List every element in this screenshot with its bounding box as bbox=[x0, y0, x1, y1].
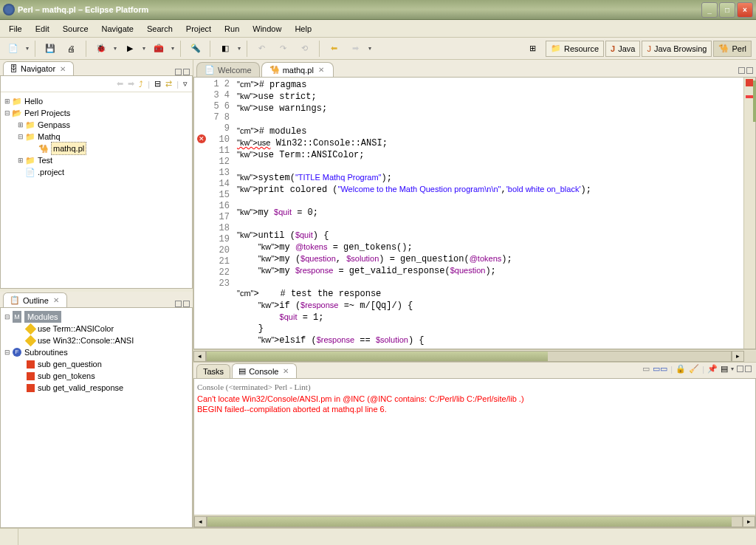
toggle-button[interactable]: ◧ bbox=[216, 41, 233, 57]
camel-icon: 🐪 bbox=[718, 44, 729, 53]
menu-search[interactable]: Search bbox=[141, 22, 179, 35]
outline-tab-label: Outline bbox=[23, 296, 49, 305]
menu-run[interactable]: Run bbox=[219, 22, 245, 35]
tree-twisty[interactable]: ⊟ bbox=[17, 131, 24, 143]
new-button[interactable]: 📄 bbox=[4, 41, 21, 57]
back-button[interactable]: ⬅ bbox=[326, 41, 343, 57]
nav-up-icon[interactable]: ⤴ bbox=[139, 80, 143, 89]
forward-button[interactable]: ➡ bbox=[347, 41, 364, 57]
nav-last-button[interactable]: ⟲ bbox=[296, 41, 313, 57]
navigator-close-icon[interactable]: ✕ bbox=[58, 65, 67, 73]
main-toolbar: 📄▾ 💾 🖨 🐞▾ ▶▾ 🧰▾ 🔦 ◧▾ ↶ ↷ ⟲ ⬅ ➡▾ ⊞ 📁Resou… bbox=[0, 38, 756, 60]
menu-file[interactable]: File bbox=[3, 22, 28, 35]
scroll-left-button[interactable]: ◂ bbox=[193, 351, 206, 362]
navigator-item[interactable]: 🐪mathq.pl bbox=[4, 143, 189, 154]
navigator-tab[interactable]: 🗄 Navigator ✕ bbox=[3, 61, 74, 75]
menu-navigate[interactable]: Navigate bbox=[96, 22, 140, 35]
editor-tab-mathq-pl[interactable]: 🐪mathq.pl✕ bbox=[261, 62, 334, 77]
outline-tree[interactable]: ⊟MModulesuse Term::ANSIColoruse Win32::C… bbox=[1, 308, 192, 397]
editor[interactable]: ✕ 1 2 3 4 5 6 7 8 9 10 11 12 13 14 15 16… bbox=[193, 78, 756, 349]
perl-file-icon: 🐪 bbox=[38, 143, 49, 154]
menu-window[interactable]: Window bbox=[247, 22, 287, 35]
nav-fwd-button[interactable]: ↷ bbox=[275, 41, 292, 57]
console-removeall-button[interactable]: ▭▭ bbox=[653, 364, 667, 374]
print-button[interactable]: 🖨 bbox=[63, 41, 80, 57]
nav-collapse-icon[interactable]: ⊟ bbox=[154, 79, 161, 89]
navigator-item[interactable]: ⊟📁Mathq bbox=[4, 131, 189, 143]
overview-ruler[interactable] bbox=[743, 78, 755, 349]
console-minmax[interactable] bbox=[737, 366, 752, 372]
editor-minmax[interactable] bbox=[738, 67, 753, 74]
tree-twisty[interactable]: ⊞ bbox=[17, 119, 24, 131]
tree-twisty[interactable]: ⊟ bbox=[4, 107, 11, 119]
outline-item[interactable]: ⊟FSubroutines bbox=[4, 346, 189, 358]
navigator-item[interactable]: ⊟📂Perl Projects bbox=[4, 107, 189, 119]
open-perspective-button[interactable]: ⊞ bbox=[524, 41, 541, 57]
navigator-item[interactable]: ⊞📁Test bbox=[4, 154, 189, 166]
nav-menu-icon[interactable]: ▿ bbox=[183, 79, 188, 89]
nav-link-icon[interactable]: ⇄ bbox=[165, 79, 172, 89]
perspective-java[interactable]: JJava bbox=[605, 41, 640, 57]
console-line: BEGIN failed--compilation aborted at mat… bbox=[197, 404, 752, 414]
minimize-button[interactable]: _ bbox=[701, 2, 718, 18]
outline-tab[interactable]: 📋 Outline ✕ bbox=[3, 292, 67, 307]
outline-close-icon[interactable]: ✕ bbox=[52, 296, 61, 304]
navigator-tree[interactable]: ⊞📁Hello⊟📂Perl Projects⊞📁Genpass⊟📁Mathq🐪m… bbox=[1, 92, 192, 181]
editor-tab-welcome[interactable]: 📄Welcome bbox=[196, 62, 260, 77]
navigator-toolbar: ⬅ ➡ ⤴ | ⊟ ⇄ | ▿ bbox=[1, 76, 192, 92]
console-clear-button[interactable]: 🧹 bbox=[689, 364, 699, 374]
run-button[interactable]: ▶ bbox=[121, 41, 138, 57]
navigator-minmax[interactable] bbox=[175, 69, 190, 75]
navigator-item-label: mathq.pl bbox=[51, 142, 86, 155]
tree-twisty[interactable]: ⊞ bbox=[17, 154, 24, 166]
menu-edit[interactable]: Edit bbox=[30, 22, 55, 35]
editor-hscroll[interactable]: ◂ ▸ bbox=[193, 349, 756, 362]
outline-item[interactable]: use Win32::Console::ANSI bbox=[4, 335, 189, 346]
tree-twisty[interactable]: ⊟ bbox=[4, 311, 11, 323]
console-remove-button[interactable]: ▭ bbox=[642, 364, 650, 374]
console-scroll-left[interactable]: ◂ bbox=[194, 516, 207, 527]
tree-twisty[interactable]: ⊞ bbox=[4, 95, 11, 107]
outline-item[interactable]: sub get_valid_response bbox=[4, 382, 189, 394]
menu-help[interactable]: Help bbox=[289, 22, 317, 35]
search-button[interactable]: 🔦 bbox=[187, 41, 204, 57]
console-scroll-right[interactable]: ▸ bbox=[743, 516, 755, 527]
menu-project[interactable]: Project bbox=[180, 22, 217, 35]
debug-button[interactable]: 🐞 bbox=[92, 41, 109, 57]
outline-item[interactable]: use Term::ANSIColor bbox=[4, 323, 189, 335]
editor-tab-close-icon[interactable]: ✕ bbox=[317, 66, 326, 74]
change-marker bbox=[753, 80, 756, 122]
navigator-item[interactable]: ⊞📁Hello bbox=[4, 95, 189, 107]
console-tab[interactable]: ▤ Console ✕ bbox=[232, 363, 297, 378]
tasks-tab[interactable]: Tasks bbox=[196, 364, 230, 378]
perl-file-icon: 🐪 bbox=[269, 65, 280, 75]
vscroll-down-button[interactable] bbox=[744, 351, 756, 362]
nav-back-button[interactable]: ↶ bbox=[253, 41, 270, 57]
external-tools-button[interactable]: 🧰 bbox=[150, 41, 167, 57]
perspective-perl[interactable]: 🐪Perl bbox=[713, 41, 752, 57]
console-pin-button[interactable]: 📌 bbox=[707, 364, 718, 374]
nav-fwd-icon[interactable]: ➡ bbox=[128, 79, 134, 89]
menu-source[interactable]: Source bbox=[57, 22, 94, 35]
outline-item[interactable]: ⊟MModules bbox=[4, 311, 189, 323]
outline-item[interactable]: sub gen_question bbox=[4, 358, 189, 370]
nav-back-icon[interactable]: ⬅ bbox=[117, 79, 123, 89]
maximize-button[interactable]: □ bbox=[719, 2, 735, 18]
save-button[interactable]: 💾 bbox=[41, 41, 58, 57]
console-display-button[interactable]: ▤ bbox=[721, 364, 728, 374]
console-close-icon[interactable]: ✕ bbox=[281, 367, 290, 375]
tree-twisty[interactable]: ⊟ bbox=[4, 346, 11, 358]
navigator-view: 🗄 Navigator ✕ ⬅ ➡ ⤴ | ⊟ ⇄ | ▿ ⊞� bbox=[0, 60, 193, 289]
scroll-right-button[interactable]: ▸ bbox=[732, 351, 744, 362]
console-lock-button[interactable]: 🔒 bbox=[676, 364, 686, 374]
console-hscroll[interactable]: ◂ ▸ bbox=[194, 515, 755, 527]
navigator-item[interactable]: 📄.project bbox=[4, 166, 189, 178]
console-body[interactable]: Console (<terminated> Perl - Lint) Can't… bbox=[193, 379, 756, 528]
folder-icon: 📁 bbox=[24, 131, 36, 143]
outline-item[interactable]: sub gen_tokens bbox=[4, 370, 189, 382]
navigator-item[interactable]: ⊞📁Genpass bbox=[4, 119, 189, 131]
perspective-resource[interactable]: 📁Resource bbox=[546, 41, 604, 57]
close-button[interactable]: × bbox=[737, 2, 753, 18]
perspective-java-browsing[interactable]: JJava Browsing bbox=[642, 41, 712, 57]
outline-minmax[interactable] bbox=[175, 301, 190, 307]
